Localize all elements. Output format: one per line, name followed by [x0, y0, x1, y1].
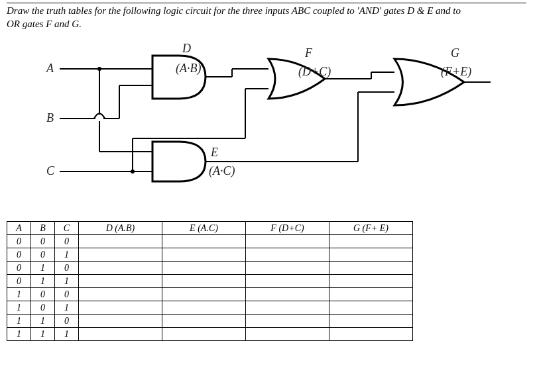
table-cell: 1	[7, 301, 31, 315]
table-cell: 1	[55, 301, 79, 315]
table-cell	[246, 315, 329, 328]
table-row: 001	[7, 248, 413, 262]
table-row: 010	[7, 262, 413, 275]
table-cell: 0	[7, 262, 31, 275]
gate-E-expr: (A·C)	[209, 164, 235, 178]
gate-E-label: E	[210, 146, 218, 159]
table-cell: 1	[55, 328, 79, 341]
table-cell	[246, 328, 329, 341]
table-cell	[162, 315, 246, 328]
table-cell	[79, 301, 162, 315]
table-row: 100	[7, 288, 413, 301]
gate-G-expr: (F+E)	[441, 65, 471, 79]
table-row: 000	[7, 235, 413, 248]
table-cell	[329, 328, 413, 341]
table-cell: 0	[55, 235, 79, 248]
table-cell	[162, 301, 246, 315]
table-cell: 1	[31, 275, 55, 288]
table-cell	[329, 301, 413, 315]
table-cell: 0	[7, 248, 31, 262]
table-cell: 0	[55, 315, 79, 328]
table-cell	[329, 288, 413, 301]
table-cell: 0	[7, 235, 31, 248]
table-cell	[162, 288, 246, 301]
input-B-label: B	[46, 111, 54, 124]
table-cell	[162, 262, 246, 275]
logic-circuit-diagram: A B C D (A·B)	[40, 36, 517, 215]
table-cell: 0	[31, 248, 55, 262]
gate-D-label: D	[182, 42, 191, 55]
table-cell	[162, 248, 246, 262]
header-E: E (A.C)	[162, 222, 246, 235]
table-cell	[329, 235, 413, 248]
header-F: F (D+C)	[246, 222, 329, 235]
table-cell	[329, 262, 413, 275]
table-cell	[79, 328, 162, 341]
table-cell: 1	[31, 315, 55, 328]
table-cell: 0	[31, 235, 55, 248]
truth-table: A B C D (A.B) E (A.C) F (D+C) G (F+ E) 0…	[7, 221, 413, 341]
header-C: C	[55, 222, 79, 235]
table-cell	[246, 288, 329, 301]
table-row: 011	[7, 275, 413, 288]
header-D: D (A.B)	[79, 222, 162, 235]
table-cell	[79, 248, 162, 262]
table-cell	[329, 315, 413, 328]
table-row: 110	[7, 315, 413, 328]
table-cell	[79, 275, 162, 288]
gate-D-expr: (A·B)	[176, 62, 201, 75]
table-cell: 1	[55, 248, 79, 262]
table-cell	[246, 301, 329, 315]
table-cell	[246, 235, 329, 248]
table-cell: 0	[31, 301, 55, 315]
table-cell: 1	[55, 275, 79, 288]
table-cell	[329, 275, 413, 288]
table-cell	[162, 235, 246, 248]
table-row: 111	[7, 328, 413, 341]
table-cell: 1	[7, 328, 31, 341]
table-cell	[246, 275, 329, 288]
question-prompt: Draw the truth tables for the following …	[7, 3, 526, 30]
question-line2: OR gates F and G.	[7, 19, 82, 29]
table-cell	[162, 328, 246, 341]
table-cell: 0	[55, 262, 79, 275]
table-header-row: A B C D (A.B) E (A.C) F (D+C) G (F+ E)	[7, 222, 413, 235]
header-A: A	[7, 222, 31, 235]
table-cell	[79, 262, 162, 275]
table-cell: 1	[31, 328, 55, 341]
table-cell: 1	[31, 262, 55, 275]
input-A-label: A	[46, 62, 54, 75]
table-cell	[246, 262, 329, 275]
and-gate-E	[152, 142, 206, 181]
table-cell	[329, 248, 413, 262]
table-cell	[162, 275, 246, 288]
header-G: G (F+ E)	[329, 222, 413, 235]
table-cell: 0	[31, 288, 55, 301]
table-cell	[246, 248, 329, 262]
gate-F-label: F	[304, 46, 313, 60]
table-cell	[79, 235, 162, 248]
table-cell: 0	[55, 288, 79, 301]
header-B: B	[31, 222, 55, 235]
table-cell: 1	[7, 315, 31, 328]
table-cell	[79, 315, 162, 328]
gate-F-expr: (D+C)	[298, 65, 331, 79]
table-cell	[79, 288, 162, 301]
table-cell: 1	[7, 288, 31, 301]
input-C-label: C	[46, 164, 55, 177]
gate-G-label: G	[451, 46, 459, 60]
table-row: 101	[7, 301, 413, 315]
question-line1: Draw the truth tables for the following …	[7, 5, 461, 16]
table-cell: 0	[7, 275, 31, 288]
